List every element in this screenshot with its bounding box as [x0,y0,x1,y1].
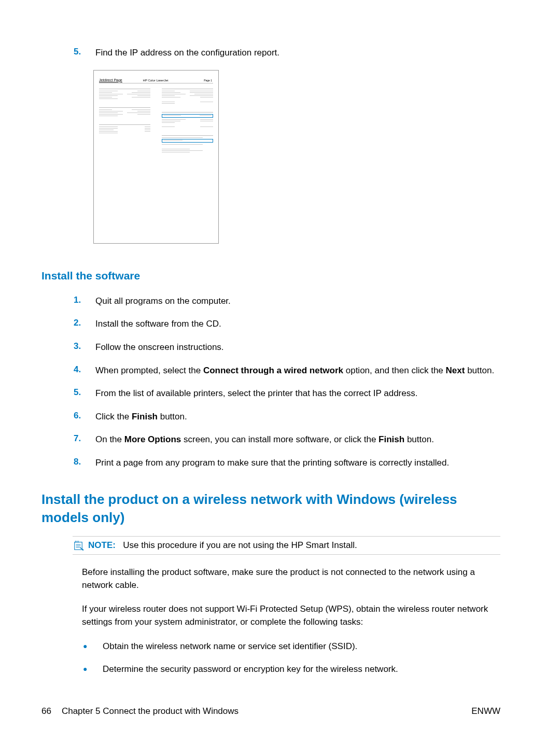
page-footer: 66 Chapter 5 Connect the product with Wi… [41,706,500,716]
footer-chapter: Chapter 5 Connect the product with Windo… [62,706,239,716]
step-number: 6. [74,411,95,424]
wireless-para-2: If your wireless router does not support… [82,603,500,628]
heading-wireless-install: Install the product on a wireless networ… [41,490,500,527]
step-text: Click the Finish button. [95,411,187,424]
step-5: 5. Find the IP address on the configurat… [74,47,500,60]
step-text: Find the IP address on the configuration… [95,47,279,60]
install-step-8: 8. Print a page from any program to make… [74,457,500,470]
step-text: On the More Options screen, you can inst… [95,433,434,446]
bullet-icon: ● [82,663,103,676]
step-number: 2. [74,318,95,331]
install-software-list: 1. Quit all programs on the computer. 2.… [41,295,500,470]
step-text: Print a page from any program to make su… [95,457,449,470]
note-text: Use this procedure if you are not using … [123,540,357,550]
install-step-6: 6. Click the Finish button. [74,411,500,424]
footer-right: ENWW [471,706,500,716]
install-step-3: 3. Follow the onscreen instructions. [74,341,500,354]
heading-install-software: Install the software [41,270,500,282]
note-box: NOTE: Use this procedure if you are not … [73,536,500,555]
wireless-para-1: Before installing the product software, … [82,566,500,592]
step-text: Follow the onscreen instructions. [95,341,224,354]
bullet-icon: ● [82,640,103,653]
bullet-item-1: ● Obtain the wireless network name or se… [82,640,500,653]
install-step-5: 5. From the list of available printers, … [74,387,500,400]
wireless-bullet-list: ● Obtain the wireless network name or se… [82,640,500,676]
footer-page-number: 66 [41,706,51,716]
ip-highlight-box-2 [162,139,213,143]
bullet-item-2: ● Determine the security password or enc… [82,663,500,676]
step-text: When prompted, select the Connect throug… [95,364,494,377]
step-number: 4. [74,364,95,377]
note-content: NOTE: Use this procedure if you are not … [88,540,357,551]
step-number: 3. [74,341,95,354]
step-number: 5. [74,47,95,60]
step-number: 1. [74,295,95,308]
jetdirect-pagenum: Page 1 [174,77,213,82]
step-text: Quit all programs on the computer. [95,295,231,308]
install-step-2: 2. Install the software from the CD. [74,318,500,331]
note-label: NOTE: [88,540,116,550]
install-step-7: 7. On the More Options screen, you can i… [74,433,500,446]
install-step-1: 1. Quit all programs on the computer. [74,295,500,308]
jetdirect-title: Jetdirect Page [99,78,137,82]
bullet-text: Determine the security password or encry… [103,663,398,676]
step-text: Install the software from the CD. [95,318,221,331]
step-number: 8. [74,457,95,470]
install-step-4: 4. When prompted, select the Connect thr… [74,364,500,377]
ip-highlight-box-1 [162,114,213,118]
bullet-text: Obtain the wireless network name or serv… [103,640,357,653]
jetdirect-page-figure: Jetdirect Page HP Color LaserJet Page 1 [93,70,219,244]
step-text: From the list of available printers, sel… [95,387,417,400]
jetdirect-model: HP Color LaserJet [137,79,175,82]
step-number: 5. [74,387,95,400]
step-number: 7. [74,433,95,446]
note-icon [73,540,84,551]
